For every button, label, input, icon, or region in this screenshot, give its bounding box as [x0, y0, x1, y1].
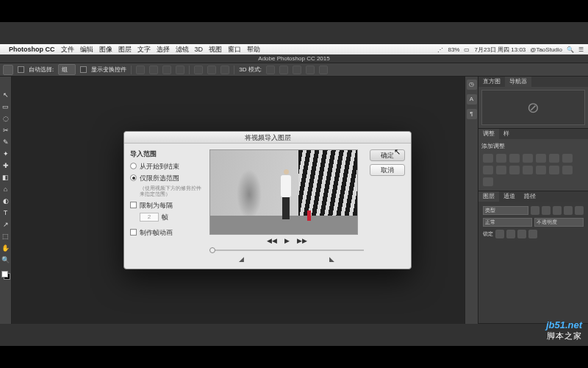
menu-view[interactable]: 视图 [209, 45, 222, 54]
filter-icon[interactable] [575, 206, 584, 215]
scrubber-thumb[interactable] [209, 247, 215, 253]
lock-icon[interactable] [506, 230, 515, 238]
3d-icon[interactable] [306, 66, 315, 74]
limit-value-input[interactable]: 2 [140, 213, 159, 222]
radio-selected-range[interactable] [130, 174, 137, 181]
gradient-tool[interactable]: ◐ [1, 196, 11, 206]
show-transform-checkbox[interactable] [80, 66, 87, 73]
tab-paths[interactable]: 路径 [520, 191, 540, 202]
crop-tool[interactable]: ✂ [1, 125, 11, 135]
3d-icon[interactable] [279, 66, 288, 74]
menu-type[interactable]: 文字 [137, 45, 151, 54]
wifi-icon[interactable]: ⋰ [437, 46, 443, 53]
dist-icon[interactable] [194, 66, 203, 74]
filter-icon[interactable] [564, 206, 573, 215]
tab-channels[interactable]: 通道 [499, 191, 520, 202]
3d-icon[interactable] [293, 66, 301, 74]
tab-styles[interactable]: 样 [499, 129, 514, 139]
adj-thresh-icon[interactable] [549, 166, 559, 174]
navigator-preview[interactable]: ⊘ [481, 90, 585, 125]
dist-icon[interactable] [220, 66, 229, 74]
make-animation-checkbox[interactable] [130, 229, 137, 236]
hand-tool[interactable]: ✋ [1, 243, 11, 253]
layer-filter-kind[interactable]: 类型 [483, 206, 528, 215]
menu-filter[interactable]: 滤镜 [176, 45, 189, 54]
lock-icon[interactable] [528, 230, 537, 238]
adj-mixer-icon[interactable] [496, 166, 506, 174]
menu-file[interactable]: 文件 [61, 45, 74, 54]
scrubber[interactable] [209, 247, 364, 254]
heal-tool[interactable]: ✦ [1, 149, 11, 159]
type-tool[interactable]: T [1, 208, 11, 218]
filter-icon[interactable] [553, 206, 562, 215]
adj-invert-icon[interactable] [523, 166, 533, 174]
adj-brightness-icon[interactable] [483, 154, 493, 163]
search-icon[interactable]: 🔍 [567, 46, 574, 53]
menu-image[interactable]: 图像 [99, 45, 112, 54]
char-icon[interactable]: A [467, 94, 477, 105]
zoom-tool[interactable]: 🔍 [1, 255, 11, 265]
adj-hue-icon[interactable] [549, 154, 559, 163]
menu-help[interactable]: 帮助 [247, 45, 260, 54]
ok-button[interactable]: 确定 [370, 149, 405, 161]
user-label[interactable]: @TaoStudio [530, 46, 562, 53]
menu-select[interactable]: 选择 [157, 45, 170, 54]
3d-icon[interactable] [266, 66, 275, 74]
rewind-button[interactable]: ◀◀ [267, 237, 277, 244]
adj-poster-icon[interactable] [536, 166, 546, 174]
history-icon[interactable]: ◷ [467, 79, 477, 90]
play-button[interactable]: ▶ [284, 237, 290, 244]
trim-out-handle[interactable]: ◣ [329, 255, 334, 263]
adj-lookup-icon[interactable] [509, 166, 520, 174]
shape-tool[interactable]: ⬚ [1, 231, 11, 241]
adj-select-icon[interactable] [483, 177, 493, 186]
para-icon[interactable]: ¶ [467, 109, 477, 119]
brush-tool[interactable]: ✚ [1, 160, 11, 171]
menu-edit[interactable]: 编辑 [80, 45, 93, 54]
menu-layer[interactable]: 图层 [118, 45, 132, 54]
marquee-tool[interactable]: ▭ [1, 102, 11, 112]
tab-layers[interactable]: 图层 [478, 191, 499, 202]
adj-vibrance-icon[interactable] [536, 154, 546, 163]
filter-icon[interactable] [531, 206, 539, 215]
align-icon[interactable] [176, 66, 184, 74]
blend-mode-dropdown[interactable]: 正常 [483, 218, 532, 227]
align-icon[interactable] [149, 66, 158, 74]
adj-bw-icon[interactable] [562, 154, 573, 163]
adj-curves-icon[interactable] [509, 154, 520, 163]
limit-checkbox[interactable] [130, 202, 137, 208]
menu-window[interactable]: 窗口 [228, 45, 241, 54]
adj-levels-icon[interactable] [496, 154, 506, 163]
dist-icon[interactable] [207, 66, 216, 74]
tab-histogram[interactable]: 直方图 [478, 77, 505, 87]
eyedropper-tool[interactable]: ✎ [1, 137, 11, 147]
3d-icon[interactable] [319, 66, 328, 74]
auto-select-dropdown[interactable]: 组 [58, 64, 76, 75]
stamp-tool[interactable]: ◧ [1, 172, 11, 183]
menu-icon[interactable]: ☰ [578, 46, 584, 53]
cancel-button[interactable]: 取消 [370, 164, 405, 176]
align-icon[interactable] [136, 66, 145, 74]
eraser-tool[interactable]: ⌂ [1, 184, 11, 194]
move-tool[interactable]: ↖ [1, 90, 11, 100]
tab-navigator[interactable]: 导航器 [505, 77, 531, 87]
menu-3d[interactable]: 3D [195, 46, 204, 53]
auto-select-checkbox[interactable] [18, 66, 24, 73]
forward-button[interactable]: ▶▶ [297, 237, 307, 244]
adj-exposure-icon[interactable] [523, 154, 533, 163]
trim-in-handle[interactable]: ◢ [239, 255, 244, 263]
menu-app[interactable]: Photoshop CC [9, 46, 55, 53]
tab-adjustments[interactable]: 调整 [478, 129, 499, 139]
adj-photo-icon[interactable] [483, 166, 493, 174]
battery-icon[interactable]: ▭ [464, 46, 470, 53]
radio-from-beginning[interactable] [130, 163, 137, 169]
lock-icon[interactable] [495, 230, 504, 238]
filter-icon[interactable] [542, 206, 551, 215]
clock[interactable]: 7月23日 周四 13:03 [474, 46, 526, 54]
dialog-title[interactable]: 将视频导入图层 [124, 132, 411, 144]
align-icon[interactable] [162, 66, 171, 74]
lasso-tool[interactable]: ◌ [1, 113, 11, 124]
adj-gradmap-icon[interactable] [562, 166, 573, 174]
lock-icon[interactable] [517, 230, 526, 238]
color-swatch[interactable] [1, 271, 10, 280]
